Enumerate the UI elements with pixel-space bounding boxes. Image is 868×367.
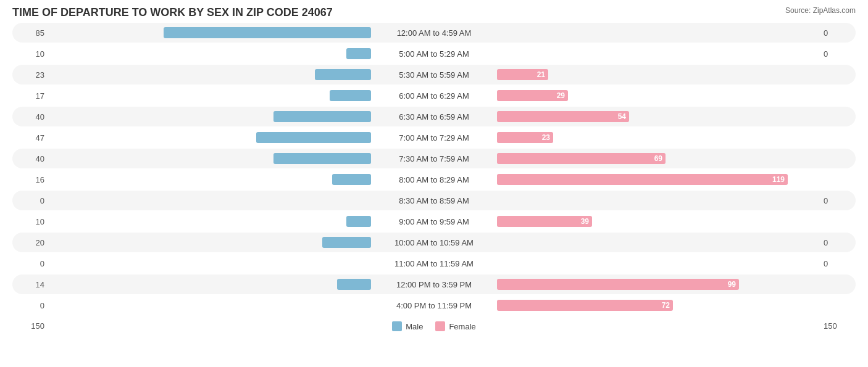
- female-value: 0: [819, 28, 856, 38]
- table-row: 105:00 AM to 5:29 AM0: [12, 44, 856, 64]
- male-bar-area: [49, 47, 372, 60]
- female-value: 0: [819, 196, 856, 205]
- time-label: 12:00 AM to 4:59 AM: [372, 28, 496, 38]
- male-value: 0: [12, 301, 49, 310]
- table-row: 011:00 AM to 11:59 AM0: [12, 254, 856, 273]
- table-row: 1412:00 PM to 3:59 PM99: [12, 274, 856, 294]
- female-bar-label: 54: [618, 112, 626, 121]
- female-bar: [497, 153, 666, 164]
- male-bar-area: [49, 173, 372, 186]
- time-label: 5:30 AM to 5:59 AM: [372, 70, 496, 80]
- male-value: 17: [12, 91, 49, 101]
- time-label: 10:00 AM to 10:59 AM: [372, 238, 496, 247]
- table-row: 2010:00 AM to 10:59 AM0: [12, 233, 856, 252]
- time-label: 8:00 AM to 8:29 AM: [372, 175, 496, 184]
- legend-male: Male: [392, 321, 423, 331]
- female-bar-area: [496, 26, 819, 39]
- male-bar-area: [49, 194, 372, 207]
- female-bar-wrapper: 72: [497, 300, 673, 311]
- female-bar: [497, 216, 592, 227]
- time-label: 6:00 AM to 6:29 AM: [372, 91, 496, 101]
- time-label: 9:00 AM to 9:59 AM: [372, 217, 496, 226]
- male-bar-area: [49, 299, 372, 312]
- female-bar-area: [496, 236, 819, 249]
- source-text: Source: ZipAtlas.com: [785, 6, 856, 15]
- table-row: 109:00 AM to 9:59 AM39: [12, 212, 856, 231]
- female-bar-wrapper: 69: [497, 153, 666, 164]
- time-label: 4:00 PM to 11:59 PM: [372, 301, 496, 310]
- table-row: 407:30 AM to 7:59 AM69: [12, 149, 856, 168]
- male-bar: [315, 69, 371, 80]
- bottom-footer: 150 Male Female 150: [12, 320, 856, 331]
- female-bar: [497, 300, 673, 311]
- male-value: 10: [12, 217, 49, 226]
- male-bar: [322, 237, 371, 248]
- time-label: 8:30 AM to 8:59 AM: [372, 196, 496, 205]
- time-label: 6:30 AM to 6:59 AM: [372, 112, 496, 122]
- female-bar-label: 21: [537, 70, 545, 79]
- time-label: 12:00 PM to 3:59 PM: [372, 280, 496, 289]
- male-bar-area: [49, 26, 372, 39]
- male-bar: [273, 153, 371, 164]
- female-bar-area: [496, 47, 819, 60]
- chart-area: 8512:00 AM to 4:59 AM0105:00 AM to 5:29 …: [12, 23, 856, 316]
- male-bar-area: [49, 278, 372, 291]
- male-value: 40: [12, 154, 49, 163]
- male-bar: [256, 132, 371, 143]
- female-value: 0: [819, 49, 856, 59]
- table-row: 168:00 AM to 8:29 AM119: [12, 170, 856, 189]
- chart-title: TIME OF DEPARTURE TO WORK BY SEX IN ZIP …: [12, 6, 856, 19]
- table-row: 235:30 AM to 5:59 AM21: [12, 65, 856, 85]
- male-bar: [273, 111, 371, 122]
- legend-male-box: [392, 321, 402, 331]
- chart-rows: 8512:00 AM to 4:59 AM0105:00 AM to 5:29 …: [12, 23, 856, 316]
- male-value: 14: [12, 280, 49, 289]
- female-bar-wrapper: 23: [497, 132, 553, 143]
- male-value: 47: [12, 133, 49, 142]
- female-bar-area: 21: [496, 68, 819, 81]
- female-bar-area: 29: [496, 89, 819, 102]
- male-bar-area: [49, 257, 372, 270]
- time-label: 11:00 AM to 11:59 AM: [372, 259, 496, 268]
- legend-male-label: Male: [406, 322, 423, 331]
- male-value: 10: [12, 49, 49, 59]
- male-bar: [330, 90, 371, 101]
- male-bar-area: [49, 68, 372, 81]
- female-bar-label: 119: [772, 175, 785, 184]
- table-row: 04:00 PM to 11:59 PM72: [12, 295, 856, 315]
- legend-female-box: [435, 321, 445, 331]
- table-row: 08:30 AM to 8:59 AM0: [12, 191, 856, 210]
- female-bar-wrapper: 99: [497, 279, 739, 290]
- time-label: 5:00 AM to 5:29 AM: [372, 49, 496, 59]
- male-bar-area: [49, 110, 372, 123]
- female-value: 0: [819, 238, 856, 247]
- male-bar: [337, 279, 371, 290]
- male-bar: [164, 27, 371, 38]
- male-bar: [346, 48, 371, 59]
- female-value: 0: [819, 259, 856, 268]
- table-row: 477:00 AM to 7:29 AM23: [12, 128, 856, 147]
- female-bar-label: 99: [728, 280, 736, 289]
- legend-female: Female: [435, 321, 475, 331]
- legend-female-label: Female: [449, 322, 475, 331]
- female-bar-area: 23: [496, 131, 819, 144]
- female-bar-label: 23: [542, 133, 550, 142]
- male-value: 40: [12, 112, 49, 122]
- female-bar: [497, 174, 788, 185]
- male-bar-area: [49, 152, 372, 165]
- female-bar-area: [496, 194, 819, 207]
- time-label: 7:00 AM to 7:29 AM: [372, 133, 496, 142]
- female-bar-area: [496, 257, 819, 270]
- axis-label-left: 150: [12, 321, 49, 331]
- female-bar: [497, 111, 629, 122]
- male-bar: [332, 174, 371, 185]
- female-bar-label: 29: [557, 91, 565, 100]
- axis-label-right: 150: [819, 321, 856, 331]
- male-bar: [346, 216, 371, 227]
- female-bar-area: 69: [496, 152, 819, 165]
- female-bar-wrapper: 29: [497, 90, 568, 101]
- male-bar-area: [49, 215, 372, 228]
- male-value: 16: [12, 175, 49, 184]
- female-bar-area: 99: [496, 278, 819, 291]
- female-bar-wrapper: 54: [497, 111, 629, 122]
